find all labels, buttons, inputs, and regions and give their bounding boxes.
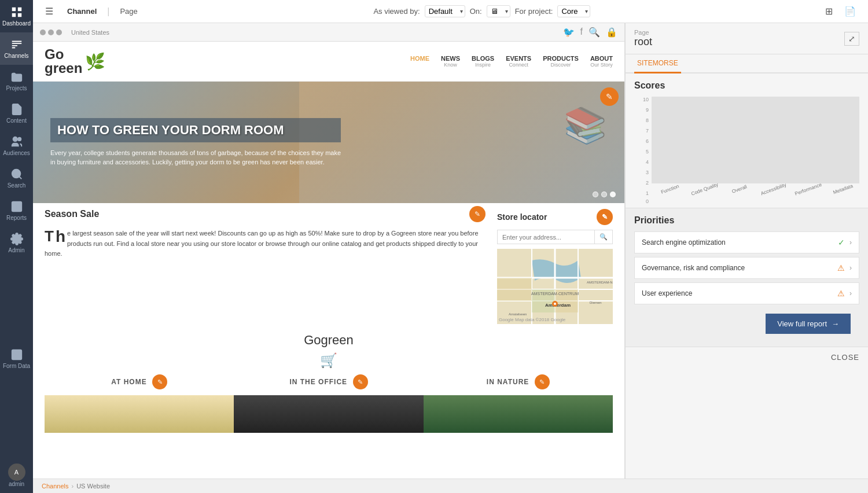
topbar-tab-channel[interactable]: Channel xyxy=(62,4,101,19)
priority-ux[interactable]: User experience ⚠ › xyxy=(634,282,859,304)
category-in-nature: IN NATURE ✎ xyxy=(424,374,613,389)
breadcrumb-home[interactable]: Channels xyxy=(42,483,68,490)
priority-chevron-icon: › xyxy=(849,238,852,246)
x-label-code-quality: Code Quality xyxy=(690,181,719,196)
topbar: ☰ Channel | Page As viewed by: Default O… xyxy=(33,0,868,23)
nav-news[interactable]: NEWS Know xyxy=(441,55,460,68)
svg-rect-3 xyxy=(17,13,21,17)
category-img-nature xyxy=(424,395,613,433)
svg-line-9 xyxy=(19,176,21,179)
category-img-home xyxy=(45,395,234,433)
view-full-report-button[interactable]: View full report → xyxy=(766,314,851,334)
lock-icon: 🔒 xyxy=(606,27,617,38)
main-two-col: Season Sale ✎ The largest season sale of… xyxy=(45,209,613,324)
sidebar-item-search[interactable]: Search xyxy=(0,162,33,194)
viewed-by-select[interactable]: Default xyxy=(425,5,465,17)
sidebar-item-projects[interactable]: Projects xyxy=(0,65,33,97)
season-sale-edit-btn[interactable]: ✎ xyxy=(469,206,486,222)
nav-products[interactable]: PRODUCTS Discover xyxy=(543,55,579,68)
panel-tab-sitemorse[interactable]: SITEMORSE xyxy=(634,54,681,73)
season-sale-section: Season Sale ✎ The largest season sale of… xyxy=(45,209,486,324)
svg-rect-26 xyxy=(497,278,532,301)
priority-governance[interactable]: Governance, risk and compliance ⚠ › xyxy=(634,257,859,279)
project-select[interactable]: Core xyxy=(557,5,590,17)
panel-expand-btn[interactable]: ⤢ xyxy=(844,32,859,46)
device-select[interactable]: 🖥 xyxy=(487,5,510,17)
x-label-metadata: Metadata xyxy=(829,181,858,196)
season-sale-text: The largest season sale of the year will… xyxy=(45,229,486,259)
breadcrumb: Channels › US Website xyxy=(33,479,868,493)
panel-footer: CLOSE xyxy=(626,347,868,367)
map-svg: AMSTERDAM-CENTRUM Amsterdam Diemen Amste… xyxy=(497,249,613,324)
nav-events[interactable]: EVENTS Connect xyxy=(506,55,531,68)
store-address-input[interactable] xyxy=(497,230,594,244)
breadcrumb-current: US Website xyxy=(76,483,110,490)
nav-about[interactable]: ABOUT Our Story xyxy=(590,55,613,68)
store-search-button[interactable]: 🔍 xyxy=(594,230,613,244)
svg-point-7 xyxy=(17,138,21,141)
right-panel: Page root ⤢ SITEMORSE Scores 10 9 8 7 xyxy=(625,23,868,479)
store-locator-title: Store locator xyxy=(497,212,547,222)
panel-tabs: SITEMORSE xyxy=(626,54,868,73)
category-at-home: AT HOME ✎ xyxy=(45,374,234,389)
category-images xyxy=(45,395,613,433)
hero-edit-button[interactable]: ✎ xyxy=(600,87,619,106)
season-sale-title: Season Sale xyxy=(45,209,99,219)
gogreen-title: Gogreen xyxy=(45,333,613,348)
website-body: Season Sale ✎ The largest season sale of… xyxy=(33,203,624,442)
cart-icon: 🛒 xyxy=(45,352,613,369)
priority-warn-icon-2: ⚠ xyxy=(837,289,845,298)
facebook-icon: f xyxy=(580,27,583,38)
svg-text:Amstelveen: Amstelveen xyxy=(509,312,527,316)
logo-line2: green xyxy=(45,61,82,75)
hero-title: HOW TO GREEN YOUR DORM ROOM xyxy=(50,118,341,142)
at-home-edit-btn[interactable]: ✎ xyxy=(152,374,167,389)
hero-carousel-dots xyxy=(593,192,616,197)
search-icon: 🔍 xyxy=(589,27,600,38)
scores-title: Scores xyxy=(634,80,859,91)
file-btn[interactable]: 📄 xyxy=(841,5,859,18)
x-label-accessibility: Accessibility xyxy=(759,181,788,196)
sidebar-item-formdata[interactable]: Form Data xyxy=(0,343,33,375)
sidebar-user-avatar[interactable]: A admin xyxy=(0,458,33,493)
panel-toggle-btn[interactable]: ☰ xyxy=(42,5,57,18)
x-label-function: Function xyxy=(655,181,684,196)
store-locator-edit-btn[interactable]: ✎ xyxy=(597,209,613,225)
nav-home[interactable]: HOME xyxy=(410,55,429,68)
view-report-container: View full report → xyxy=(634,308,859,340)
in-nature-edit-btn[interactable]: ✎ xyxy=(535,374,550,389)
panel-header: Page root ⤢ xyxy=(626,23,868,54)
hero-dot-1[interactable] xyxy=(593,192,598,197)
priority-seo[interactable]: Search engine optimization ✓ › xyxy=(634,231,859,253)
browser-preview: United States 🐦 f 🔍 🔒 Go green 🌿 xyxy=(33,23,625,479)
hero-banner: 📚 HOW TO GREEN YOUR DORM ROOM Every year… xyxy=(33,82,624,203)
panel-page-label: Page xyxy=(634,29,652,36)
hero-dot-3[interactable] xyxy=(610,192,616,197)
category-img-office xyxy=(234,395,423,433)
grid-view-btn[interactable]: ⊞ xyxy=(822,5,836,18)
svg-text:AMSTERDAM-CENTRUM: AMSTERDAM-CENTRUM xyxy=(531,292,579,296)
close-button[interactable]: CLOSE xyxy=(831,353,859,362)
priority-check-icon: ✓ xyxy=(838,238,845,247)
content-area: United States 🐦 f 🔍 🔒 Go green 🌿 xyxy=(33,23,868,479)
site-logo: Go green 🌿 xyxy=(45,47,105,75)
svg-text:AMSTERDAM-NOO: AMSTERDAM-NOO xyxy=(587,281,613,284)
sidebar-item-audiences[interactable]: Audiences xyxy=(0,130,33,162)
sidebar-item-channels[interactable]: Channels xyxy=(0,32,33,65)
sidebar-item-dashboard[interactable]: Dashboard xyxy=(0,0,33,32)
hero-dot-2[interactable] xyxy=(601,192,607,197)
svg-point-6 xyxy=(13,137,17,141)
svg-point-8 xyxy=(12,170,20,178)
x-label-performance: Performance xyxy=(794,181,823,196)
in-office-edit-btn[interactable]: ✎ xyxy=(353,374,368,389)
sidebar-item-reports[interactable]: Reports xyxy=(0,194,33,227)
site-nav-links: HOME NEWS Know BLOGS Inspire EVENTS Conn… xyxy=(410,55,613,68)
sidebar-item-admin[interactable]: Admin xyxy=(0,227,33,259)
topbar-tab-page[interactable]: Page xyxy=(115,4,142,19)
store-locator-section: Store locator ✎ 🔍 xyxy=(497,209,613,324)
priority-warn-icon-1: ⚠ xyxy=(837,263,845,273)
svg-text:Amsterdam: Amsterdam xyxy=(545,303,571,308)
sidebar-item-content[interactable]: Content xyxy=(0,97,33,130)
logo-line1: Go xyxy=(45,47,64,61)
nav-blogs[interactable]: BLOGS Inspire xyxy=(472,55,494,68)
